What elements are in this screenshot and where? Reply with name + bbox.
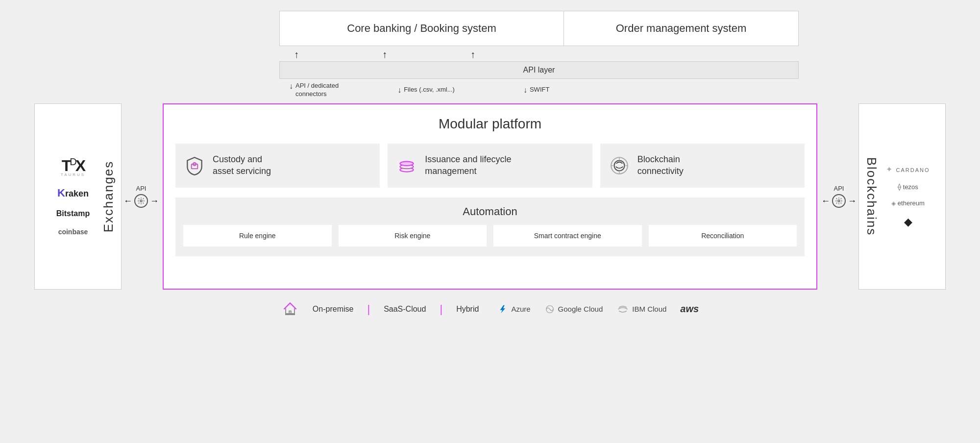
house-icon <box>281 300 299 318</box>
tezos-logo: ⟠ tezos <box>898 183 918 191</box>
modular-platform: Modular platform Custody andasset servic… <box>163 103 817 290</box>
connector-api: ↓ API / dedicatedconnectors <box>289 82 339 98</box>
footer-row: On-premise | SaaS-Cloud | Hybrid Azure G… <box>24 300 956 318</box>
aws-label: aws <box>680 303 699 315</box>
core-banking-box: Core banking / Booking system <box>279 11 564 46</box>
connector-api-label: API / dedicatedconnectors <box>295 82 339 98</box>
exchange-logos: TDX TAURUS Kraken Bitstamp coinbase <box>56 157 90 235</box>
svg-point-5 <box>400 161 414 165</box>
svg-point-8 <box>838 200 840 202</box>
right-api-label: API <box>834 185 844 192</box>
left-arrow-left: ← <box>123 196 132 206</box>
arrow-up-1: ↑ <box>294 49 299 60</box>
right-arrow-right: → <box>848 196 857 206</box>
blockchains-panel: Blockchains ✦ CARDANO ⟠ tezos ◈ ethereum… <box>858 103 946 290</box>
left-arrow-right: → <box>150 196 159 206</box>
modular-platform-title: Modular platform <box>175 116 805 132</box>
google-cloud-label: Google Cloud <box>558 305 603 313</box>
connector-swift-label: SWIFT <box>530 86 549 93</box>
reconciliation-card: Reconciliation <box>649 225 797 246</box>
azure-item: Azure <box>497 304 530 315</box>
smart-contract-engine-card: Smart contract engine <box>493 225 642 246</box>
bitstamp-logo: Bitstamp <box>56 209 90 218</box>
blockchains-label: Blockchains <box>864 157 879 236</box>
exchanges-label: Exchanges <box>101 160 116 232</box>
cloud-circle-icon <box>608 154 631 177</box>
arrow-down-icon-2: ↓ <box>397 86 401 95</box>
api-layer-box: API layer <box>279 61 799 79</box>
order-mgmt-box: Order management system <box>564 11 799 46</box>
svg-point-6 <box>611 157 628 174</box>
exchanges-panel: TDX TAURUS Kraken Bitstamp coinbase Exch… <box>34 103 122 290</box>
issuance-label: Issuance and lifecyclemanagement <box>425 154 511 177</box>
arrow-up-3: ↑ <box>470 49 475 60</box>
automation-title: Automation <box>183 205 797 218</box>
order-mgmt-label: Order management system <box>616 22 747 35</box>
shield-icon <box>183 154 206 177</box>
arrow-down-icon-3: ↓ <box>523 86 527 95</box>
custody-card: Custody andasset servicing <box>175 144 380 188</box>
svg-rect-1 <box>192 164 198 169</box>
on-premise-label: On-premise <box>313 305 354 314</box>
diamond-logo: ◆ <box>904 216 912 228</box>
left-api-arrows: ← → <box>123 194 159 208</box>
api-layer-label: API layer <box>523 66 555 74</box>
reconciliation-label: Reconciliation <box>701 232 744 240</box>
arrows-row: ↑ ↑ ↑ <box>279 49 475 60</box>
blockchain-connectivity-label: Blockchainconnectivity <box>637 154 684 177</box>
coinbase-logo: coinbase <box>58 228 88 236</box>
left-api-connector: API ← → <box>122 185 161 208</box>
core-banking-label: Core banking / Booking system <box>347 22 496 35</box>
top-systems-row: Core banking / Booking system Order mana… <box>279 11 799 46</box>
risk-engine-label: Risk engine <box>394 232 430 240</box>
right-arrow-left: ← <box>821 196 830 206</box>
svg-point-0 <box>140 200 142 202</box>
saas-cloud-label: SaaS-Cloud <box>384 305 426 314</box>
tdx-logo: TDX TAURUS <box>61 157 85 176</box>
connector-files-label: Files (.csv, .xml...) <box>404 86 455 93</box>
google-cloud-item: Google Cloud <box>544 304 603 315</box>
middle-row: TDX TAURUS Kraken Bitstamp coinbase Exch… <box>24 103 956 290</box>
arrow-down-icon-1: ↓ <box>289 82 293 91</box>
cardano-logo: ✦ CARDANO <box>886 165 930 174</box>
divider-1: | <box>367 303 370 316</box>
ibm-cloud-item: IBM Cloud <box>616 304 666 315</box>
automation-engines: Rule engine Risk engine Smart contract e… <box>183 225 797 246</box>
right-api-arrows: ← → <box>821 194 857 208</box>
ethereum-logo: ◈ ethereum <box>891 199 925 207</box>
rule-engine-label: Rule engine <box>239 232 276 240</box>
ibm-cloud-label: IBM Cloud <box>632 305 666 313</box>
left-api-label: API <box>136 185 147 192</box>
svg-rect-9 <box>286 314 294 315</box>
kraken-logo: Kraken <box>57 187 89 199</box>
connector-swift: ↓ SWIFT <box>523 86 549 95</box>
main-container: Core banking / Booking system Order mana… <box>24 11 956 432</box>
modules-top-row: Custody andasset servicing Issuance and … <box>175 144 805 188</box>
arrow-up-2: ↑ <box>382 49 387 60</box>
divider-2: | <box>440 303 442 316</box>
custody-label: Custody andasset servicing <box>213 154 271 177</box>
aws-item: aws <box>680 303 699 315</box>
top-wrapper: Core banking / Booking system Order mana… <box>279 11 799 102</box>
smart-contract-engine-label: Smart contract engine <box>534 232 601 240</box>
right-gear-icon <box>832 194 846 208</box>
sub-connectors-row: ↓ API / dedicatedconnectors ↓ Files (.cs… <box>279 79 799 102</box>
issuance-card: Issuance and lifecyclemanagement <box>388 144 592 188</box>
hybrid-label: Hybrid <box>456 305 479 314</box>
layers-icon <box>395 154 418 177</box>
connector-files: ↓ Files (.csv, .xml...) <box>397 86 455 95</box>
blockchain-connectivity-card: Blockchainconnectivity <box>600 144 805 188</box>
blockchain-logos: ✦ CARDANO ⟠ tezos ◈ ethereum ◆ <box>886 165 930 228</box>
automation-section: Automation Rule engine Risk engine Smart… <box>175 197 805 256</box>
right-api-connector: API ← → <box>819 185 858 208</box>
left-gear-icon <box>134 194 148 208</box>
risk-engine-card: Risk engine <box>339 225 487 246</box>
azure-label: Azure <box>511 305 530 313</box>
rule-engine-card: Rule engine <box>183 225 332 246</box>
